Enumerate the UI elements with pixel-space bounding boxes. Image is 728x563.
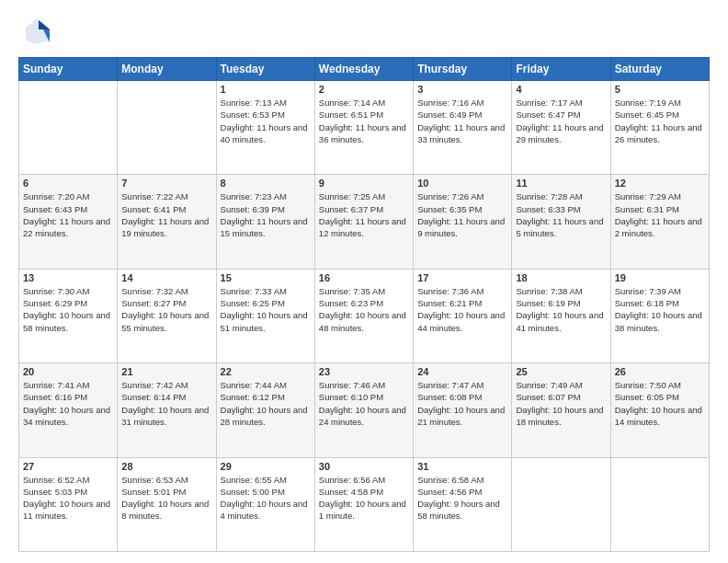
calendar-cell [19,81,118,175]
day-number: 29 [221,461,311,472]
day-info: Sunrise: 7:44 AM Sunset: 6:12 PM Dayligh… [221,379,311,428]
calendar-cell: 1Sunrise: 7:13 AM Sunset: 6:53 PM Daylig… [216,81,314,175]
day-info: Sunrise: 7:14 AM Sunset: 6:51 PM Dayligh… [319,97,409,145]
day-info: Sunrise: 7:42 AM Sunset: 6:14 PM Dayligh… [121,379,211,428]
day-number: 28 [121,461,211,472]
logo-icon [18,15,51,48]
day-number: 1 [221,84,311,95]
day-info: Sunrise: 7:28 AM Sunset: 6:33 PM Dayligh… [516,190,606,239]
day-number: 16 [319,272,409,283]
day-number: 23 [319,366,409,377]
day-number: 21 [121,366,211,377]
day-info: Sunrise: 6:56 AM Sunset: 4:58 PM Dayligh… [319,474,409,523]
header [18,15,710,48]
day-info: Sunrise: 7:19 AM Sunset: 6:45 PM Dayligh… [615,97,705,145]
day-info: Sunrise: 7:25 AM Sunset: 6:37 PM Dayligh… [319,190,409,239]
calendar-cell: 28Sunrise: 6:53 AM Sunset: 5:01 PM Dayli… [118,457,216,551]
day-info: Sunrise: 7:47 AM Sunset: 6:08 PM Dayligh… [417,379,507,428]
calendar-week-row: 6Sunrise: 7:20 AM Sunset: 6:43 PM Daylig… [19,175,710,269]
day-number: 2 [319,84,409,95]
weekday-header: Sunday [19,58,118,81]
calendar-cell: 13Sunrise: 7:30 AM Sunset: 6:29 PM Dayli… [19,269,118,362]
day-number: 18 [516,272,606,283]
weekday-header: Monday [118,58,216,81]
svg-marker-2 [39,20,50,29]
calendar-cell: 25Sunrise: 7:49 AM Sunset: 6:07 PM Dayli… [512,363,610,457]
day-number: 8 [221,178,311,189]
calendar-cell: 16Sunrise: 7:35 AM Sunset: 6:23 PM Dayli… [314,269,413,362]
day-info: Sunrise: 7:33 AM Sunset: 6:25 PM Dayligh… [221,285,311,334]
calendar-cell: 5Sunrise: 7:19 AM Sunset: 6:45 PM Daylig… [610,81,709,175]
day-number: 30 [319,461,409,472]
calendar-cell [512,457,610,551]
day-number: 15 [221,272,311,283]
day-number: 11 [516,178,606,189]
day-number: 27 [23,461,113,472]
calendar-header-row: SundayMondayTuesdayWednesdayThursdayFrid… [19,58,710,81]
page: SundayMondayTuesdayWednesdayThursdayFrid… [0,0,728,563]
calendar-cell: 15Sunrise: 7:33 AM Sunset: 6:25 PM Dayli… [216,269,314,362]
day-number: 10 [417,178,507,189]
day-info: Sunrise: 7:17 AM Sunset: 6:47 PM Dayligh… [516,97,606,145]
calendar-week-row: 13Sunrise: 7:30 AM Sunset: 6:29 PM Dayli… [19,269,710,362]
day-number: 14 [121,272,211,283]
logo [18,15,55,48]
day-info: Sunrise: 7:50 AM Sunset: 6:05 PM Dayligh… [615,379,705,428]
day-info: Sunrise: 7:32 AM Sunset: 6:27 PM Dayligh… [121,285,211,334]
day-number: 6 [23,178,113,189]
calendar-cell: 14Sunrise: 7:32 AM Sunset: 6:27 PM Dayli… [118,269,216,362]
day-info: Sunrise: 6:58 AM Sunset: 4:56 PM Dayligh… [417,474,507,523]
calendar-cell: 17Sunrise: 7:36 AM Sunset: 6:21 PM Dayli… [414,269,512,362]
day-number: 20 [23,366,113,377]
day-number: 9 [319,178,409,189]
day-number: 7 [121,178,211,189]
calendar-cell: 23Sunrise: 7:46 AM Sunset: 6:10 PM Dayli… [314,363,413,457]
day-info: Sunrise: 7:30 AM Sunset: 6:29 PM Dayligh… [23,285,113,334]
calendar-cell: 10Sunrise: 7:26 AM Sunset: 6:35 PM Dayli… [414,175,512,269]
day-info: Sunrise: 7:29 AM Sunset: 6:31 PM Dayligh… [615,190,705,239]
calendar-table: SundayMondayTuesdayWednesdayThursdayFrid… [18,57,710,552]
day-number: 5 [615,84,705,95]
day-info: Sunrise: 6:53 AM Sunset: 5:01 PM Dayligh… [121,474,211,523]
calendar-cell: 12Sunrise: 7:29 AM Sunset: 6:31 PM Dayli… [610,175,709,269]
calendar-cell: 30Sunrise: 6:56 AM Sunset: 4:58 PM Dayli… [314,457,413,551]
calendar-cell: 24Sunrise: 7:47 AM Sunset: 6:08 PM Dayli… [414,363,512,457]
weekday-header: Tuesday [216,58,314,81]
day-info: Sunrise: 7:46 AM Sunset: 6:10 PM Dayligh… [319,379,409,428]
day-number: 26 [615,366,705,377]
day-info: Sunrise: 7:20 AM Sunset: 6:43 PM Dayligh… [23,190,113,239]
day-info: Sunrise: 6:55 AM Sunset: 5:00 PM Dayligh… [221,474,311,523]
calendar-cell: 4Sunrise: 7:17 AM Sunset: 6:47 PM Daylig… [512,81,610,175]
calendar-cell: 2Sunrise: 7:14 AM Sunset: 6:51 PM Daylig… [314,81,413,175]
calendar-cell: 22Sunrise: 7:44 AM Sunset: 6:12 PM Dayli… [216,363,314,457]
calendar-cell [118,81,216,175]
day-number: 13 [23,272,113,283]
calendar-week-row: 20Sunrise: 7:41 AM Sunset: 6:16 PM Dayli… [19,363,710,457]
calendar-cell: 8Sunrise: 7:23 AM Sunset: 6:39 PM Daylig… [216,175,314,269]
day-info: Sunrise: 7:49 AM Sunset: 6:07 PM Dayligh… [516,379,606,428]
day-number: 24 [417,366,507,377]
day-number: 12 [615,178,705,189]
calendar-cell: 27Sunrise: 6:52 AM Sunset: 5:03 PM Dayli… [19,457,118,551]
calendar-week-row: 1Sunrise: 7:13 AM Sunset: 6:53 PM Daylig… [19,81,710,175]
calendar-cell: 6Sunrise: 7:20 AM Sunset: 6:43 PM Daylig… [19,175,118,269]
calendar-cell: 11Sunrise: 7:28 AM Sunset: 6:33 PM Dayli… [512,175,610,269]
weekday-header: Wednesday [314,58,413,81]
day-info: Sunrise: 7:38 AM Sunset: 6:19 PM Dayligh… [516,285,606,334]
weekday-header: Thursday [414,58,512,81]
day-number: 19 [615,272,705,283]
weekday-header: Friday [512,58,610,81]
calendar-cell: 18Sunrise: 7:38 AM Sunset: 6:19 PM Dayli… [512,269,610,362]
calendar-cell: 29Sunrise: 6:55 AM Sunset: 5:00 PM Dayli… [216,457,314,551]
day-info: Sunrise: 7:23 AM Sunset: 6:39 PM Dayligh… [221,190,311,239]
calendar-week-row: 27Sunrise: 6:52 AM Sunset: 5:03 PM Dayli… [19,457,710,551]
day-info: Sunrise: 6:52 AM Sunset: 5:03 PM Dayligh… [23,474,113,523]
day-info: Sunrise: 7:22 AM Sunset: 6:41 PM Dayligh… [121,190,211,239]
calendar-cell: 31Sunrise: 6:58 AM Sunset: 4:56 PM Dayli… [414,457,512,551]
day-info: Sunrise: 7:41 AM Sunset: 6:16 PM Dayligh… [23,379,113,428]
day-number: 4 [516,84,606,95]
day-number: 3 [417,84,507,95]
day-number: 17 [417,272,507,283]
day-info: Sunrise: 7:35 AM Sunset: 6:23 PM Dayligh… [319,285,409,334]
day-info: Sunrise: 7:13 AM Sunset: 6:53 PM Dayligh… [221,97,311,145]
